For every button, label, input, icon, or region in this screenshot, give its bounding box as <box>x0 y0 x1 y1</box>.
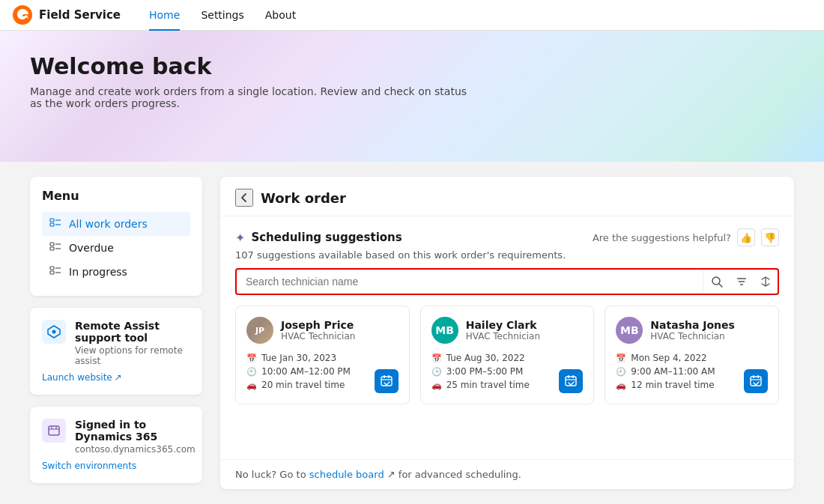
tech-avatar-2: MB <box>616 317 643 344</box>
svg-rect-5 <box>50 243 54 246</box>
panel-title: Work order <box>261 190 346 206</box>
app-logo: Field Service <box>12 4 121 25</box>
book-button-1[interactable] <box>559 369 583 393</box>
nav-home[interactable]: Home <box>139 0 190 31</box>
search-button[interactable] <box>703 268 730 295</box>
tech-info-1: Hailey Clark HVAC Technician <box>466 319 540 341</box>
tech-card-0: JP Joseph Price HVAC Technician 📅 Tue Ja… <box>235 306 410 404</box>
car-icon-2: 🚗 <box>616 380 626 390</box>
svg-rect-2 <box>50 223 54 226</box>
menu-card: Menu All work orders <box>30 177 202 296</box>
tech-date-0: 📅 Tue Jan 30, 2023 <box>246 353 399 363</box>
book-button-2[interactable] <box>744 369 768 393</box>
svg-rect-15 <box>49 426 59 435</box>
car-icon-1: 🚗 <box>431 380 442 390</box>
scheduling-title-row: ✦ Scheduling suggestions <box>235 231 402 245</box>
tech-name-2: Natasha Jones <box>650 319 735 331</box>
scheduling-header: ✦ Scheduling suggestions Are the suggest… <box>235 228 779 246</box>
tech-avatar-1: MB <box>431 317 458 344</box>
remote-assist-header: Remote Assist support tool View options … <box>42 320 190 366</box>
remote-assist-icon <box>42 320 66 344</box>
dynamics-title: Signed in to Dynamics 365 <box>75 419 196 443</box>
filter-button[interactable] <box>730 268 754 295</box>
clock-icon-1: 🕒 <box>431 367 442 377</box>
sort-button[interactable] <box>754 268 778 295</box>
top-navigation: Field Service Home Settings About <box>0 0 824 31</box>
dynamics-icon <box>42 419 66 443</box>
technician-cards: JP Joseph Price HVAC Technician 📅 Tue Ja… <box>235 306 779 410</box>
nav-settings[interactable]: Settings <box>190 0 254 31</box>
calendar-icon-1: 📅 <box>431 353 442 363</box>
search-input[interactable] <box>237 276 703 288</box>
tech-card-1: MB Hailey Clark HVAC Technician 📅 Tue Au… <box>420 306 595 404</box>
tech-header-2: MB Natasha Jones HVAC Technician <box>616 317 768 344</box>
footer-prefix: No luck? Go to <box>235 469 309 480</box>
menu-item-all-work-orders[interactable]: All work orders <box>42 212 190 236</box>
clock-icon-0: 🕙 <box>246 367 257 377</box>
menu-item-in-progress[interactable]: In progress <box>42 260 190 284</box>
menu-title: Menu <box>42 189 190 203</box>
tech-name-1: Hailey Clark <box>466 319 540 331</box>
app-logo-icon <box>12 4 33 25</box>
calendar-icon-2: 📅 <box>616 353 626 363</box>
car-icon-0: 🚗 <box>246 380 257 390</box>
thumbs-up-button[interactable]: 👍 <box>737 228 755 246</box>
hero-title: Welcome back <box>30 53 794 79</box>
content-area: Menu All work orders <box>0 162 824 504</box>
svg-line-17 <box>719 284 722 287</box>
helpful-label: Are the suggestions helpful? <box>593 232 731 243</box>
all-work-orders-icon <box>49 218 61 230</box>
dynamics-text: Signed in to Dynamics 365 contoso.dynami… <box>75 419 196 455</box>
scheduling-count: 107 suggestions available based on this … <box>235 249 779 261</box>
remote-assist-title: Remote Assist support tool <box>75 320 190 344</box>
launch-website-link[interactable]: Launch website ↗ <box>42 372 190 383</box>
panel-header: Work order <box>220 177 794 216</box>
tech-info-2: Natasha Jones HVAC Technician <box>650 319 735 341</box>
thumbs-down-button[interactable]: 👎 <box>761 228 779 246</box>
book-button-0[interactable] <box>375 369 399 393</box>
tech-role-2: HVAC Technician <box>650 331 735 341</box>
nav-about[interactable]: About <box>255 0 306 31</box>
remote-assist-desc: View options for remote assist <box>75 345 190 366</box>
tech-date-2: 📅 Mon Sep 4, 2022 <box>616 353 768 363</box>
tech-header-0: JP Joseph Price HVAC Technician <box>246 317 399 344</box>
menu-item-overdue[interactable]: Overdue <box>42 236 190 260</box>
scheduling-title: Scheduling suggestions <box>251 231 402 244</box>
external-link-icon-footer: ↗ <box>387 469 396 480</box>
svg-rect-10 <box>50 271 54 274</box>
external-link-icon: ↗ <box>115 372 122 383</box>
spark-icon: ✦ <box>235 231 245 245</box>
main-area: Welcome back Manage and create work orde… <box>0 31 824 504</box>
tech-header-1: MB Hailey Clark HVAC Technician <box>431 317 584 344</box>
sidebar: Menu All work orders <box>30 177 202 489</box>
all-work-orders-label: All work orders <box>69 218 148 230</box>
footer-suffix: for advanced scheduling. <box>399 469 521 480</box>
tech-name-0: Joseph Price <box>281 319 355 331</box>
nav-items: Home Settings About <box>139 0 306 31</box>
hero-banner: Welcome back Manage and create work orde… <box>0 31 824 162</box>
dynamics-desc: contoso.dynamics365.com <box>75 444 196 455</box>
tech-role-1: HVAC Technician <box>466 331 540 341</box>
tech-card-2: MB Natasha Jones HVAC Technician 📅 Mon S… <box>605 306 779 404</box>
tech-info-0: Joseph Price HVAC Technician <box>281 319 355 341</box>
in-progress-label: In progress <box>69 266 127 278</box>
tech-role-0: HVAC Technician <box>281 331 355 341</box>
dynamics-card: Signed in to Dynamics 365 contoso.dynami… <box>30 407 202 483</box>
svg-point-14 <box>52 330 56 334</box>
app-title: Field Service <box>39 8 121 22</box>
svg-rect-1 <box>50 219 54 222</box>
svg-rect-9 <box>50 267 54 270</box>
tech-date-1: 📅 Tue Aug 30, 2022 <box>431 353 584 363</box>
helpful-row: Are the suggestions helpful? 👍 👎 <box>593 228 779 246</box>
schedule-board-link[interactable]: schedule board <box>309 469 384 480</box>
overdue-label: Overdue <box>69 242 114 254</box>
tech-avatar-0: JP <box>246 317 273 344</box>
remote-assist-card: Remote Assist support tool View options … <box>30 308 202 395</box>
scheduling-section: ✦ Scheduling suggestions Are the suggest… <box>220 216 794 422</box>
switch-environments-link[interactable]: Switch environments <box>42 461 190 471</box>
panel-footer: No luck? Go to schedule board ↗ for adva… <box>220 459 794 489</box>
clock-icon-2: 🕘 <box>616 367 626 377</box>
back-button[interactable] <box>235 189 253 207</box>
dynamics-header: Signed in to Dynamics 365 contoso.dynami… <box>42 419 190 455</box>
overdue-icon <box>49 242 61 254</box>
